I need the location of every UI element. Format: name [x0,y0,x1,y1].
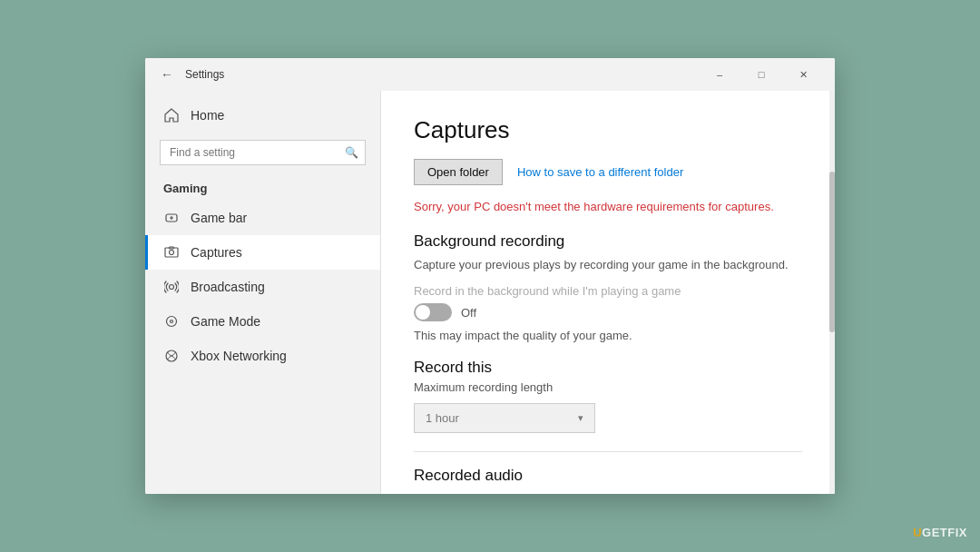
svg-point-4 [170,251,174,255]
ugetfix-watermark: UGETFIX [913,526,967,539]
scrollbar-track [829,91,835,494]
search-icon: 🔍 [345,146,358,159]
recorded-audio-title: Recorded audio [414,467,802,485]
search-input[interactable] [160,140,366,165]
xbox-icon [163,348,180,364]
home-icon [163,107,180,123]
watermark-text: GETFIX [922,526,967,539]
how-to-save-link[interactable]: How to save to a different folder [517,165,683,179]
section-divider [414,451,802,452]
sidebar-item-broadcasting[interactable]: Broadcasting [145,270,380,304]
sidebar-item-label: Captures [191,245,242,260]
minimize-button[interactable]: – [699,60,740,89]
open-folder-button[interactable]: Open folder [414,159,503,185]
record-label: Record in the background while I'm playi… [414,284,802,298]
sidebar-section-title: Gaming [145,172,380,201]
chevron-down-icon: ▾ [578,412,583,424]
scrollbar-thumb[interactable] [829,172,835,333]
sidebar-item-xbox-networking[interactable]: Xbox Networking [145,339,380,373]
sidebar-item-captures[interactable]: Captures [145,235,380,270]
error-message: Sorry, your PC doesn't meet the hardware… [414,198,802,216]
record-this-title: Record this [414,359,802,377]
sidebar-item-game-mode[interactable]: Game Mode [145,304,380,339]
sidebar-item-home[interactable]: Home [145,98,380,133]
home-label: Home [191,108,224,123]
back-button[interactable]: ← [156,64,178,85]
watermark-u: U [913,526,922,539]
sidebar-item-label: Game Mode [191,314,260,329]
background-recording-toggle[interactable] [414,303,452,321]
close-button[interactable]: ✕ [782,60,824,89]
background-recording-desc: Capture your previous plays by recording… [414,256,802,274]
dropdown-value: 1 hour [426,411,459,425]
page-title: Captures [414,116,802,144]
search-container: 🔍 [145,133,380,172]
sidebar-item-label: Game bar [191,211,247,225]
background-recording-title: Background recording [414,232,802,251]
sidebar-item-game-bar[interactable]: Game bar [145,201,380,235]
game-mode-icon [163,313,180,330]
toggle-state-label: Off [461,306,476,320]
toggle-row: Off [414,303,802,321]
titlebar-controls: – □ ✕ [699,60,824,89]
main-wrapper: Captures Open folder How to save to a di… [381,91,835,494]
folder-row: Open folder How to save to a different f… [414,159,802,185]
settings-window: ← Settings – □ ✕ Home 🔍 Gami [145,58,835,494]
captures-icon [163,244,180,261]
sidebar-item-label: Xbox Networking [191,349,287,363]
maximize-button[interactable]: □ [740,60,782,89]
sidebar-item-label: Broadcasting [191,280,265,294]
recording-length-dropdown[interactable]: 1 hour ▾ [414,403,595,433]
game-bar-icon [163,210,180,226]
main-content: Captures Open folder How to save to a di… [381,91,835,494]
recorded-audio-desc: Change how your game and microphone are … [414,490,802,494]
record-this-sub: Maximum recording length [414,380,802,394]
impact-text: This may impact the quality of your game… [414,329,802,342]
window-title: Settings [185,68,699,81]
sidebar: Home 🔍 Gaming Game bar [145,91,381,494]
svg-point-6 [170,285,174,290]
svg-point-7 [167,317,177,327]
svg-point-8 [171,320,173,323]
window-content: Home 🔍 Gaming Game bar [145,91,835,494]
broadcasting-icon [163,279,180,295]
titlebar: ← Settings – □ ✕ [145,58,835,91]
toggle-knob [416,305,430,320]
